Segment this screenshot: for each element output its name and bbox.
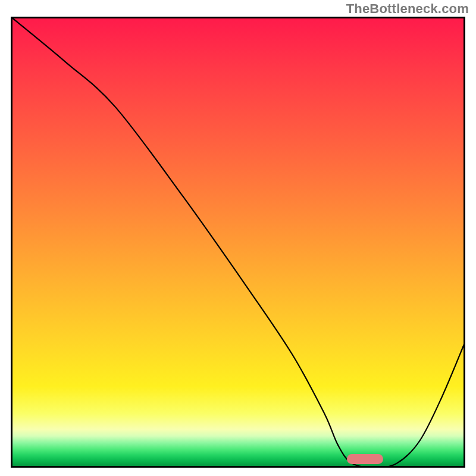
optimal-range-marker <box>347 454 383 464</box>
series-line <box>11 17 465 468</box>
plot-area <box>11 17 465 468</box>
chart-root: TheBottleneck.com <box>0 0 476 476</box>
watermark-text: TheBottleneck.com <box>346 1 469 17</box>
bottleneck-curve-path <box>11 17 465 468</box>
